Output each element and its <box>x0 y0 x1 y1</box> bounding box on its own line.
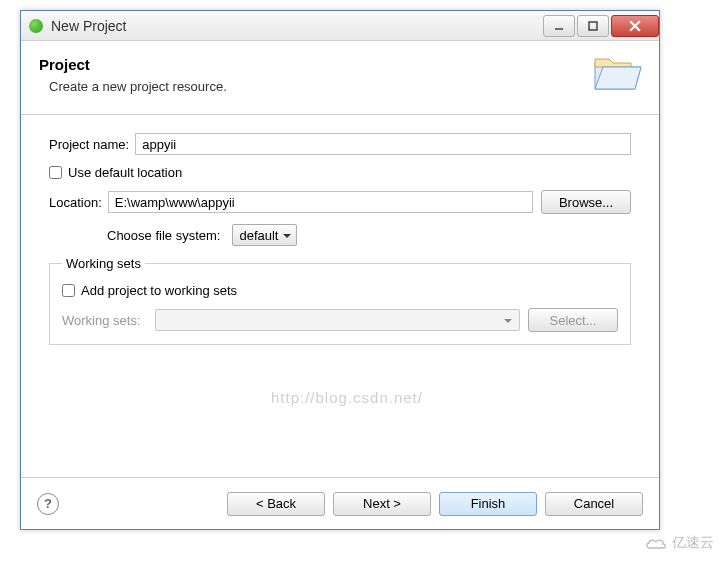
svg-rect-1 <box>589 22 597 30</box>
brand-text: 亿速云 <box>672 534 714 552</box>
add-working-sets-label[interactable]: Add project to working sets <box>81 283 237 298</box>
window-title: New Project <box>51 18 126 34</box>
watermark-text: http://blog.csdn.net/ <box>271 389 423 406</box>
next-button[interactable]: Next > <box>333 492 431 516</box>
dialog-window: New Project Project Create a new project… <box>20 10 660 530</box>
header-text: Project Create a new project resource. <box>39 56 227 94</box>
minimize-button[interactable] <box>543 15 575 37</box>
working-sets-select-row: Working sets: Select... <box>62 308 618 332</box>
working-sets-legend: Working sets <box>62 256 145 271</box>
working-sets-select-label: Working sets: <box>62 313 141 328</box>
close-button[interactable] <box>611 15 659 37</box>
use-default-location-checkbox[interactable] <box>49 166 62 179</box>
location-row: Location: Browse... <box>49 190 631 214</box>
working-sets-select <box>155 309 520 331</box>
use-default-location-label[interactable]: Use default location <box>68 165 182 180</box>
add-working-sets-checkbox[interactable] <box>62 284 75 297</box>
location-input[interactable] <box>108 191 533 213</box>
working-sets-fieldset: Working sets Add project to working sets… <box>49 256 631 345</box>
choose-filesystem-label: Choose file system: <box>107 228 220 243</box>
browse-button[interactable]: Browse... <box>541 190 631 214</box>
filesystem-row: Choose file system: default <box>107 224 631 246</box>
working-sets-select-button: Select... <box>528 308 618 332</box>
brand-watermark: 亿速云 <box>644 534 714 552</box>
cloud-icon <box>644 535 668 551</box>
back-button[interactable]: < Back <box>227 492 325 516</box>
project-name-input[interactable] <box>135 133 631 155</box>
window-controls <box>541 15 659 37</box>
project-name-label: Project name: <box>49 137 129 152</box>
filesystem-select[interactable]: default <box>232 224 297 246</box>
app-icon <box>29 19 43 33</box>
use-default-location-row: Use default location <box>49 165 631 180</box>
dialog-header: Project Create a new project resource. <box>21 41 659 115</box>
dialog-content: Project name: Use default location Locat… <box>21 115 659 477</box>
page-subtitle: Create a new project resource. <box>49 79 227 94</box>
filesystem-value: default <box>239 228 278 243</box>
location-label: Location: <box>49 195 102 210</box>
maximize-button[interactable] <box>577 15 609 37</box>
help-icon[interactable]: ? <box>37 493 59 515</box>
page-title: Project <box>39 56 227 73</box>
add-working-sets-row: Add project to working sets <box>62 283 618 298</box>
finish-button[interactable]: Finish <box>439 492 537 516</box>
titlebar[interactable]: New Project <box>21 11 659 41</box>
folder-icon <box>591 53 643 96</box>
dialog-footer: ? < Back Next > Finish Cancel <box>21 477 659 529</box>
project-name-row: Project name: <box>49 133 631 155</box>
cancel-button[interactable]: Cancel <box>545 492 643 516</box>
